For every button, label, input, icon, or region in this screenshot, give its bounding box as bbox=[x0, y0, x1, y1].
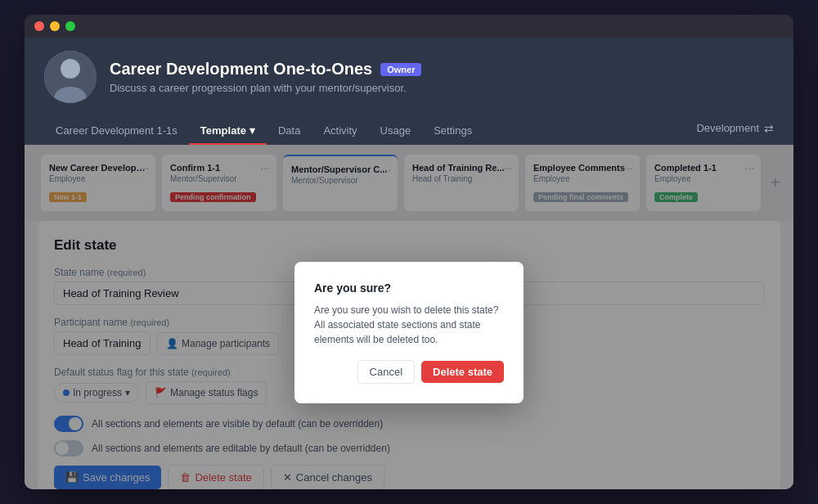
avatar bbox=[44, 51, 97, 103]
modal-cancel-button[interactable]: Cancel bbox=[357, 360, 415, 384]
nav-item-career[interactable]: Career Development 1-1s bbox=[44, 118, 189, 145]
titlebar bbox=[25, 15, 793, 38]
nav-item-usage[interactable]: Usage bbox=[369, 118, 423, 145]
nav-item-activity[interactable]: Activity bbox=[312, 118, 368, 145]
page-header: Career Development One-to-Ones Owner Dis… bbox=[25, 38, 793, 145]
branch-indicator: Development ⇄ bbox=[696, 122, 774, 142]
nav-item-data[interactable]: Data bbox=[267, 118, 312, 145]
nav-item-settings[interactable]: Settings bbox=[422, 118, 483, 145]
maximize-dot[interactable] bbox=[65, 21, 75, 31]
page-title: Career Development One-to-Ones bbox=[110, 60, 372, 79]
modal-actions: Cancel Delete state bbox=[314, 360, 504, 384]
branch-icon: ⇄ bbox=[764, 122, 774, 135]
main-content: ··· New Career Developm... Employee New … bbox=[25, 145, 793, 489]
confirm-delete-modal: Are you sure? Are you sure you wish to d… bbox=[294, 262, 524, 403]
minimize-dot[interactable] bbox=[50, 21, 60, 31]
page-description: Discuss a career progression plan with y… bbox=[110, 82, 421, 94]
nav-item-template[interactable]: Template ▾ bbox=[189, 118, 267, 145]
app-window: Career Development One-to-Ones Owner Dis… bbox=[25, 15, 793, 489]
svg-point-1 bbox=[61, 59, 80, 79]
modal-title: Are you sure? bbox=[314, 281, 504, 295]
modal-delete-button[interactable]: Delete state bbox=[421, 361, 504, 383]
modal-overlay: Are you sure? Are you sure you wish to d… bbox=[25, 145, 793, 489]
owner-badge: Owner bbox=[380, 63, 421, 76]
close-dot[interactable] bbox=[34, 21, 44, 31]
top-nav: Career Development 1-1s Template ▾ Data … bbox=[44, 118, 774, 145]
modal-body: Are you sure you wish to delete this sta… bbox=[314, 303, 504, 347]
